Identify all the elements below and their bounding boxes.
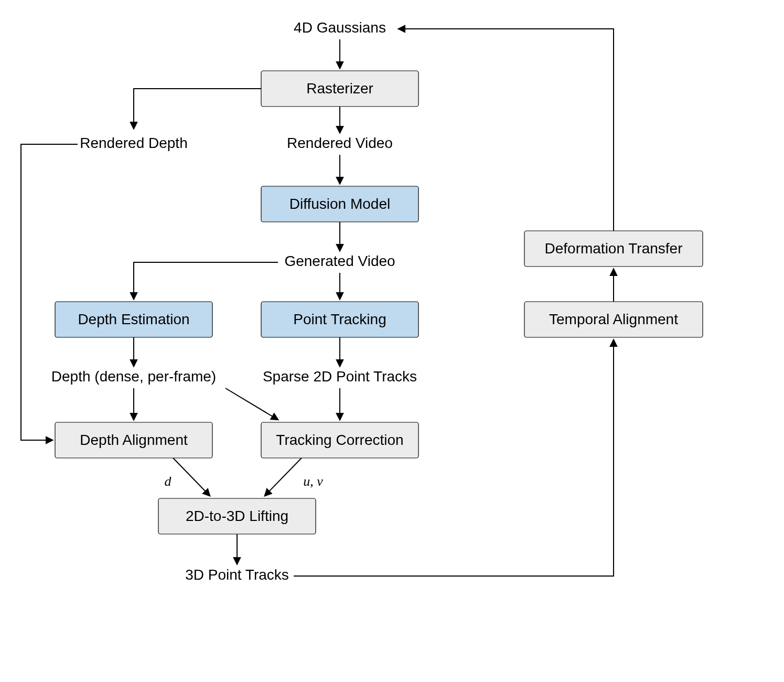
label-4d-gaussians: 4D Gaussians: [294, 19, 386, 36]
edge-rasterizer-rendered-depth: [134, 89, 261, 129]
label-depth-estimation: Depth Estimation: [78, 311, 189, 327]
label-lifting: 2D-to-3D Lifting: [186, 508, 288, 524]
label-generated-video: Generated Video: [284, 253, 395, 269]
edge-deformation-gaussians: [399, 29, 614, 231]
label-rendered-depth: Rendered Depth: [80, 135, 187, 151]
label-rasterizer: Rasterizer: [306, 80, 373, 97]
label-deformation-transfer: Deformation Transfer: [545, 240, 683, 257]
label-diffusion-model: Diffusion Model: [289, 196, 390, 212]
edge-depth-align-lifting: [173, 458, 210, 496]
edge-tracking-corr-lifting: [265, 458, 302, 496]
label-3d-tracks: 3D Point Tracks: [185, 567, 289, 583]
label-sparse-tracks: Sparse 2D Point Tracks: [263, 368, 417, 385]
label-rendered-video: Rendered Video: [287, 135, 393, 151]
label-depth-dense: Depth (dense, per-frame): [51, 368, 216, 385]
edge-generated-depth-est: [134, 262, 278, 299]
flowchart: 4D Gaussians Rasterizer Rendered Depth R…: [0, 0, 784, 682]
label-tracking-correction: Tracking Correction: [276, 432, 403, 448]
label-temporal-alignment: Temporal Alignment: [549, 311, 678, 327]
label-point-tracking: Point Tracking: [293, 311, 386, 327]
edge-dense-to-tracking-corr: [225, 388, 278, 420]
label-depth-alignment: Depth Alignment: [80, 432, 188, 448]
label-arrow-d: d: [165, 474, 172, 489]
edge-rendered-depth-to-align: [21, 144, 52, 440]
label-arrow-uv: u, v: [303, 474, 323, 489]
